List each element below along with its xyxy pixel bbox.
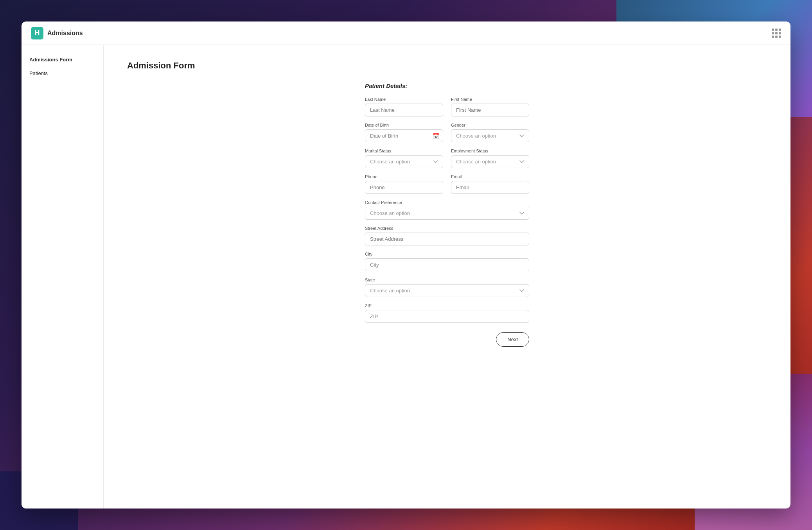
- label-marital-status: Marital Status: [365, 149, 443, 153]
- group-state: State Choose an option Alabama Alaska Ca…: [365, 278, 529, 297]
- label-phone: Phone: [365, 174, 443, 179]
- next-button[interactable]: Next: [496, 332, 529, 347]
- email-input[interactable]: [451, 181, 529, 194]
- sidebar: Admissions Form Patients: [22, 45, 104, 509]
- label-dob: Date of Birth: [365, 123, 443, 127]
- app-title: Admissions: [47, 30, 83, 37]
- marital-status-select[interactable]: Choose an option Single Married Divorced: [365, 155, 443, 168]
- dob-input[interactable]: [365, 129, 443, 142]
- label-street-address: Street Address: [365, 226, 529, 231]
- layout: Admissions Form Patients Admission Form …: [22, 45, 790, 509]
- group-phone: Phone: [365, 174, 443, 194]
- main-content: Admission Form Patient Details: Last Nam…: [104, 45, 790, 509]
- group-zip: ZIP: [365, 303, 529, 323]
- row-state: State Choose an option Alabama Alaska Ca…: [365, 278, 529, 297]
- group-email: Email: [451, 174, 529, 194]
- street-address-input[interactable]: [365, 233, 529, 245]
- group-street-address: Street Address: [365, 226, 529, 245]
- label-last-name: Last Name: [365, 97, 443, 102]
- zip-input[interactable]: [365, 310, 529, 323]
- group-marital-status: Marital Status Choose an option Single M…: [365, 149, 443, 168]
- label-email: Email: [451, 174, 529, 179]
- label-city: City: [365, 252, 529, 256]
- label-state: State: [365, 278, 529, 282]
- label-employment-status: Employment Status: [451, 149, 529, 153]
- employment-status-select[interactable]: Choose an option Employed Unemployed Ret…: [451, 155, 529, 168]
- group-last-name: Last Name: [365, 97, 443, 116]
- app-window: H Admissions Admissions Form Patients Ad…: [22, 21, 790, 509]
- page-title: Admission Form: [127, 61, 767, 71]
- dob-input-wrapper: 📅: [365, 129, 443, 142]
- section-title: Patient Details:: [365, 82, 529, 89]
- sidebar-item-admissions-form[interactable]: Admissions Form: [22, 53, 103, 66]
- row-street-address: Street Address: [365, 226, 529, 245]
- city-input[interactable]: [365, 258, 529, 271]
- row-marital-employment: Marital Status Choose an option Single M…: [365, 149, 529, 168]
- first-name-input[interactable]: [451, 104, 529, 116]
- app-logo: H: [31, 27, 43, 39]
- row-zip: ZIP: [365, 303, 529, 323]
- phone-input[interactable]: [365, 181, 443, 194]
- label-gender: Gender: [451, 123, 529, 127]
- row-contact-preference: Contact Preference Choose an option Phon…: [365, 200, 529, 220]
- group-city: City: [365, 252, 529, 271]
- row-city: City: [365, 252, 529, 271]
- gender-select[interactable]: Choose an option Male Female Other: [451, 129, 529, 142]
- last-name-input[interactable]: [365, 104, 443, 116]
- apps-grid-icon[interactable]: [772, 29, 781, 38]
- group-dob: Date of Birth 📅: [365, 123, 443, 142]
- state-select[interactable]: Choose an option Alabama Alaska Californ…: [365, 284, 529, 297]
- group-employment-status: Employment Status Choose an option Emplo…: [451, 149, 529, 168]
- form-container: Patient Details: Last Name First Name: [365, 82, 529, 347]
- label-first-name: First Name: [451, 97, 529, 102]
- group-gender: Gender Choose an option Male Female Othe…: [451, 123, 529, 142]
- contact-preference-select[interactable]: Choose an option Phone Email Mail: [365, 207, 529, 220]
- sidebar-item-patients[interactable]: Patients: [22, 66, 103, 80]
- group-first-name: First Name: [451, 97, 529, 116]
- label-contact-preference: Contact Preference: [365, 200, 529, 205]
- group-contact-preference: Contact Preference Choose an option Phon…: [365, 200, 529, 220]
- label-zip: ZIP: [365, 303, 529, 308]
- row-name: Last Name First Name: [365, 97, 529, 116]
- row-phone-email: Phone Email: [365, 174, 529, 194]
- topbar: H Admissions: [22, 21, 790, 45]
- row-dob-gender: Date of Birth 📅 Gender Choose an option …: [365, 123, 529, 142]
